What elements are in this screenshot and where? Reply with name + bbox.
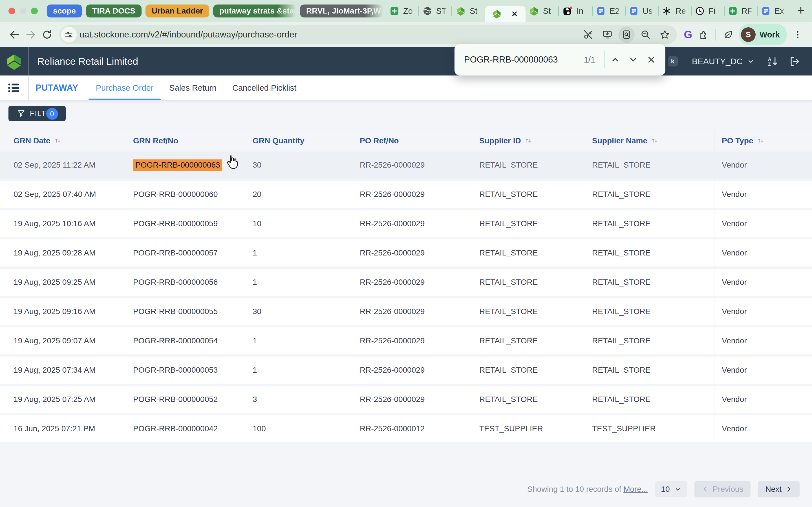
module-tabs: Purchase OrderSales ReturnCancelled Pick… bbox=[88, 75, 305, 100]
table-row[interactable]: 02 Sep, 2025 11:22 AMPOGR-RRB-0000000633… bbox=[0, 152, 812, 179]
module-tab-sales-return[interactable]: Sales Return bbox=[161, 75, 224, 100]
previous-page-button[interactable]: Previous bbox=[695, 481, 751, 497]
cell-grn-ref[interactable]: POGR-RRB-000000056 bbox=[119, 269, 239, 296]
cell-grn-ref[interactable]: POGR-RRB-000000055 bbox=[119, 298, 239, 325]
browser-tab[interactable]: St bbox=[452, 0, 485, 22]
column-header-grn-quantity: GRN Quantity bbox=[239, 130, 346, 152]
find-query-input[interactable]: POGR-RRB-000000063 bbox=[464, 55, 584, 65]
next-page-button[interactable]: Next bbox=[758, 481, 800, 497]
password-manager-icon[interactable] bbox=[580, 26, 596, 43]
stockone-logo[interactable] bbox=[0, 47, 29, 75]
cell-grn-date: 19 Aug, 2025 07:25 AM bbox=[0, 386, 119, 413]
table-row[interactable]: 19 Aug, 2025 07:25 AMPOGR-RRB-0000000523… bbox=[0, 386, 812, 413]
cell-grn-ref[interactable]: POGR-RRB-000000042 bbox=[119, 415, 239, 442]
column-header-supplier-name[interactable]: Supplier Name bbox=[578, 130, 714, 152]
tab-title: St bbox=[543, 6, 555, 16]
browser-tab[interactable]: St bbox=[525, 0, 558, 22]
install-app-icon[interactable] bbox=[599, 26, 615, 43]
stockone-favicon bbox=[492, 8, 502, 19]
performance-leaf-icon[interactable] bbox=[720, 26, 737, 43]
grammarly-extension-icon[interactable]: G bbox=[684, 29, 692, 41]
tab-group-pill[interactable]: putaway strats &stag bbox=[213, 4, 296, 17]
table-row[interactable]: 19 Aug, 2025 10:16 AMPOGR-RRB-0000000591… bbox=[0, 210, 812, 237]
page-size-select[interactable]: 10 bbox=[655, 482, 687, 497]
browser-tab[interactable]: Ex bbox=[758, 0, 790, 22]
browser-tab[interactable]: Us bbox=[626, 0, 658, 22]
zoom-out-icon[interactable] bbox=[638, 26, 654, 43]
table-row[interactable]: 02 Sep, 2025 07:40 AMPOGR-RRB-0000000602… bbox=[0, 181, 812, 208]
cell-grn-ref[interactable]: POGR-RRB-000000060 bbox=[119, 181, 239, 208]
module-tab-cancelled-picklist[interactable]: Cancelled Picklist bbox=[224, 75, 304, 100]
browser-tab[interactable]: ST bbox=[419, 0, 451, 22]
browser-tab-active[interactable] bbox=[485, 6, 525, 22]
table-row[interactable]: 19 Aug, 2025 09:07 AMPOGR-RRB-0000000541… bbox=[0, 327, 812, 354]
cell-grn-ref[interactable]: POGR-RRB-000000054 bbox=[119, 327, 239, 354]
column-header-po-type[interactable]: PO Type bbox=[714, 130, 812, 152]
browser-tab[interactable]: In bbox=[559, 0, 592, 22]
back-icon[interactable] bbox=[6, 26, 22, 43]
tab-group-pill[interactable]: RRVL, JioMart-3P,W bbox=[300, 4, 383, 17]
minimize-window-button[interactable] bbox=[20, 8, 27, 14]
more-records-link[interactable]: More... bbox=[623, 485, 648, 494]
table-row[interactable]: 16 Jun, 2025 07:21 PMPOGR-RRB-0000000421… bbox=[0, 415, 812, 442]
sort-arrows-icon[interactable] bbox=[524, 137, 532, 145]
menu-button[interactable] bbox=[0, 75, 29, 100]
browser-tab[interactable]: E2 bbox=[593, 0, 625, 22]
find-close-button[interactable] bbox=[642, 51, 660, 69]
reload-icon[interactable] bbox=[39, 26, 55, 43]
cell-po-ref: RR-2526-0000012 bbox=[346, 415, 466, 442]
table-row[interactable]: 19 Aug, 2025 09:25 AMPOGR-RRB-0000000561… bbox=[0, 269, 812, 296]
address-bar[interactable]: uat.stockone.com/v2/#/inbound/putaway/pu… bbox=[59, 25, 677, 44]
cell-po-ref: RR-2526-0000029 bbox=[346, 298, 466, 325]
cell-grn-ref[interactable]: POGR-RRB-000000053 bbox=[119, 356, 239, 384]
browser-tab[interactable]: Re bbox=[659, 0, 691, 22]
tab-group-pill[interactable]: scope bbox=[47, 4, 82, 17]
url-text[interactable]: uat.stockone.com/v2/#/inbound/putaway/pu… bbox=[80, 30, 577, 40]
warehouse-selector[interactable]: BEAUTY_DC bbox=[692, 57, 755, 66]
extensions-puzzle-icon[interactable] bbox=[695, 26, 711, 43]
new-tab-button[interactable]: + bbox=[797, 3, 805, 18]
avatar: S bbox=[741, 27, 756, 42]
zoom-window-button[interactable] bbox=[31, 8, 38, 14]
sheet-favicon bbox=[390, 6, 399, 16]
tab-search-button[interactable] bbox=[811, 2, 812, 20]
app-header: Reliance Retail Limited Search CTRL k BE… bbox=[0, 47, 812, 75]
cell-grn-date: 19 Aug, 2025 09:28 AM bbox=[0, 239, 119, 267]
column-header-supplier-id[interactable]: Supplier ID bbox=[466, 130, 578, 152]
site-settings-icon[interactable] bbox=[61, 27, 77, 43]
tab-title: Ex bbox=[774, 6, 786, 16]
logout-icon[interactable] bbox=[789, 56, 800, 67]
sort-arrows-icon[interactable] bbox=[651, 137, 659, 145]
find-previous-button[interactable] bbox=[606, 51, 624, 69]
cell-grn-ref[interactable]: POGR-RRB-000000052 bbox=[119, 386, 239, 413]
tab-group-pill[interactable]: TIRA DOCS bbox=[86, 4, 142, 17]
bookmark-star-icon[interactable] bbox=[657, 26, 673, 43]
column-header-grn-date[interactable]: GRN Date bbox=[0, 130, 119, 152]
table-row[interactable]: 19 Aug, 2025 09:28 AMPOGR-RRB-0000000571… bbox=[0, 239, 812, 267]
forward-icon[interactable] bbox=[22, 26, 39, 43]
column-label: Supplier ID bbox=[479, 136, 521, 145]
tab-close-icon[interactable] bbox=[510, 10, 519, 18]
find-next-button[interactable] bbox=[624, 51, 642, 69]
filter-button[interactable]: FILTER 0 bbox=[8, 106, 66, 121]
browser-menu-icon[interactable] bbox=[790, 26, 806, 43]
find-in-page-icon[interactable] bbox=[618, 26, 635, 43]
tab-group-pill[interactable]: Urban Ladder bbox=[146, 4, 209, 17]
close-window-button[interactable] bbox=[8, 8, 15, 14]
sort-az-icon[interactable]: A Z bbox=[767, 56, 778, 67]
cell-grn-qty: 20 bbox=[239, 181, 346, 208]
cell-grn-ref[interactable]: POGR-RRB-000000059 bbox=[119, 210, 239, 237]
cell-po-type: Vendor bbox=[714, 152, 812, 179]
sort-arrows-icon[interactable] bbox=[757, 137, 765, 145]
table-row[interactable]: 19 Aug, 2025 09:16 AMPOGR-RRB-0000000553… bbox=[0, 298, 812, 325]
browser-profile-button[interactable]: S Work bbox=[739, 24, 786, 45]
cell-grn-ref[interactable]: POGR-RRB-000000057 bbox=[119, 239, 239, 267]
browser-tab[interactable]: Zo bbox=[386, 0, 418, 22]
sort-arrows-icon[interactable] bbox=[54, 137, 62, 145]
browser-tab[interactable]: RF bbox=[725, 0, 757, 22]
browser-tab[interactable]: Fi bbox=[692, 0, 724, 22]
table-row[interactable]: 19 Aug, 2025 07:34 AMPOGR-RRB-0000000531… bbox=[0, 356, 812, 384]
module-tab-purchase-order[interactable]: Purchase Order bbox=[88, 75, 161, 100]
cell-grn-qty: 30 bbox=[239, 298, 346, 325]
cell-grn-ref[interactable]: POGR-RRB-000000063 bbox=[119, 152, 239, 179]
